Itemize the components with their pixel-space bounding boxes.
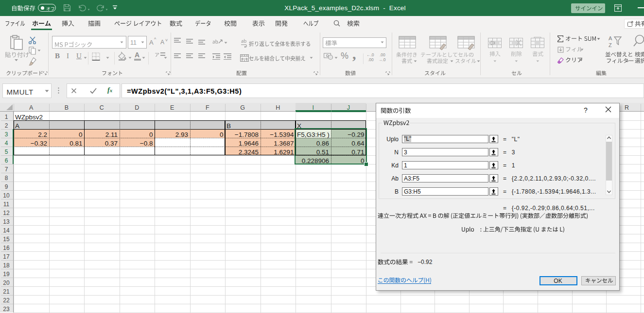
svg-text:A: A — [609, 35, 612, 41]
svg-text:→.0: →.0 — [378, 57, 386, 62]
svg-text:.00: .00 — [380, 52, 385, 57]
svg-text:Z: Z — [609, 42, 612, 48]
svg-text:.00: .00 — [368, 57, 374, 62]
svg-text:←.0: ←.0 — [366, 52, 374, 57]
